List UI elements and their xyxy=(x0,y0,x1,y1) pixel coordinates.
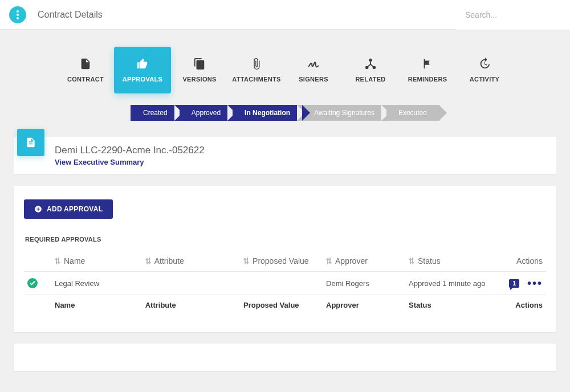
plus-circle-icon xyxy=(34,205,42,213)
tab-signers[interactable]: SIGNERS xyxy=(285,47,342,93)
add-approval-button[interactable]: ADD APPROVAL xyxy=(24,199,113,219)
sort-icon xyxy=(409,258,414,264)
tab-label: RELATED xyxy=(355,76,385,83)
table-row: Legal Review Demi Rogers Approved 1 minu… xyxy=(24,272,546,295)
kebab-icon xyxy=(17,10,19,19)
col-attribute[interactable]: Attribute xyxy=(145,256,239,266)
tab-label: CONTRACT xyxy=(67,76,104,83)
foot-approver: Approver xyxy=(326,301,404,309)
thumbs-up-icon xyxy=(136,58,149,70)
tab-contract[interactable]: CONTRACT xyxy=(57,47,114,93)
cell-status: Approved 1 minute ago xyxy=(409,279,487,288)
top-bar: Contract Details xyxy=(0,0,570,30)
cell-name: Legal Review xyxy=(55,279,141,288)
row-actions-menu[interactable]: ••• xyxy=(527,277,543,289)
copy-icon xyxy=(193,58,206,70)
stage-created[interactable]: Created xyxy=(131,105,180,121)
tab-label: ATTACHMENTS xyxy=(232,76,280,83)
approvals-table: Name Attribute Proposed Value Approver S… xyxy=(24,251,546,315)
signature-icon xyxy=(307,58,320,70)
sort-icon xyxy=(145,258,151,264)
add-approval-label: ADD APPROVAL xyxy=(47,205,103,213)
sort-icon xyxy=(243,258,249,264)
foot-name: Name xyxy=(55,301,141,309)
required-approvals-title: REQUIRED APPROVALS xyxy=(25,236,546,243)
page-title: Contract Details xyxy=(38,10,103,20)
search-box xyxy=(456,0,570,30)
table-header: Name Attribute Proposed Value Approver S… xyxy=(24,251,546,272)
tab-label: REMINDERS xyxy=(408,76,447,83)
executive-summary-link[interactable]: View Executive Summary xyxy=(55,158,205,166)
tab-activity[interactable]: ACTIVITY xyxy=(456,47,513,93)
tab-approvals[interactable]: APPROVALS xyxy=(114,47,171,93)
history-icon xyxy=(478,58,491,70)
approvals-card: ADD APPROVAL REQUIRED APPROVALS Name Att… xyxy=(14,186,556,332)
tab-label: ACTIVITY xyxy=(470,76,500,83)
tab-versions[interactable]: VERSIONS xyxy=(171,47,228,93)
col-actions: Actions xyxy=(516,256,543,266)
contract-header-card: Demi LLC-2290-Acme Inc.-052622 View Exec… xyxy=(14,137,556,174)
col-proposed-value[interactable]: Proposed Value xyxy=(243,256,321,266)
tab-reminders[interactable]: REMINDERS xyxy=(399,47,456,93)
svg-point-3 xyxy=(369,59,372,62)
sort-icon xyxy=(55,258,60,264)
cell-approver: Demi Rogers xyxy=(326,279,404,288)
foot-attribute: Attribute xyxy=(145,301,239,309)
stage-awaiting-signatures[interactable]: Awaiting Signatures xyxy=(297,105,387,121)
tab-label: VERSIONS xyxy=(182,76,216,83)
hierarchy-icon xyxy=(364,58,377,70)
table-footer: Name Attribute Proposed Value Approver S… xyxy=(24,295,546,315)
svg-point-0 xyxy=(17,10,19,13)
svg-point-2 xyxy=(17,17,19,19)
col-status[interactable]: Status xyxy=(409,256,487,266)
svg-point-1 xyxy=(17,14,19,16)
tab-label: APPROVALS xyxy=(123,76,162,83)
foot-status: Status xyxy=(409,301,487,309)
flag-icon xyxy=(421,58,434,70)
sort-icon xyxy=(326,258,332,264)
document-badge xyxy=(17,129,44,156)
document-icon xyxy=(79,58,92,70)
tab-related[interactable]: RELATED xyxy=(342,47,399,93)
approved-check-icon xyxy=(27,278,38,288)
tab-strip: CONTRACT APPROVALS VERSIONS ATTACHMENTS … xyxy=(14,47,556,93)
tab-attachments[interactable]: ATTACHMENTS xyxy=(228,47,285,93)
col-approver[interactable]: Approver xyxy=(326,256,404,266)
comment-badge[interactable]: 1 xyxy=(509,279,519,288)
stage-bar: Created Approved In Negotiation Awaiting… xyxy=(14,105,556,121)
foot-actions: Actions xyxy=(515,301,543,309)
paperclip-icon xyxy=(250,58,263,70)
foot-proposed-value: Proposed Value xyxy=(243,301,321,309)
menu-button[interactable] xyxy=(9,6,26,23)
next-card xyxy=(14,344,556,371)
search-input[interactable] xyxy=(456,0,570,30)
col-name[interactable]: Name xyxy=(55,256,141,266)
tab-label: SIGNERS xyxy=(299,76,328,83)
contract-name: Demi LLC-2290-Acme Inc.-052622 xyxy=(55,145,205,156)
file-icon xyxy=(25,136,36,149)
